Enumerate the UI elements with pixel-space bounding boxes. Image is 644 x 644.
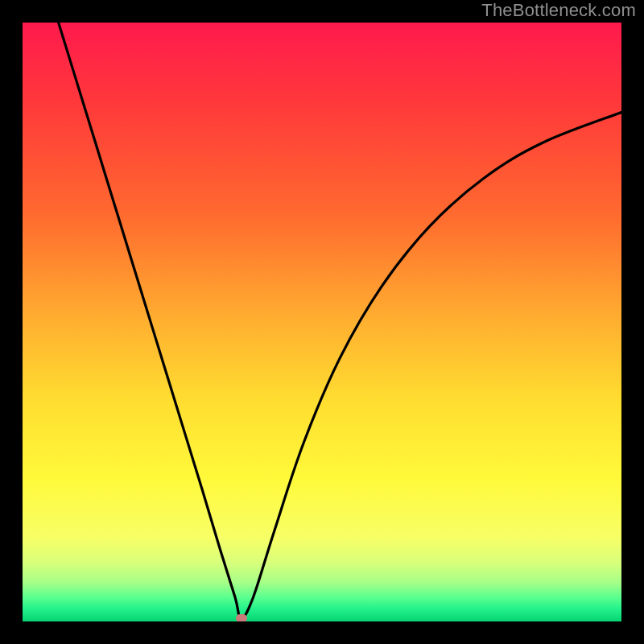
curve-svg [23,23,621,621]
plot-area [23,23,621,621]
optimum-marker [236,614,247,621]
bottleneck-curve [59,23,621,618]
outer-frame: TheBottleneck.com [0,0,644,644]
watermark-text: TheBottleneck.com [481,0,636,21]
